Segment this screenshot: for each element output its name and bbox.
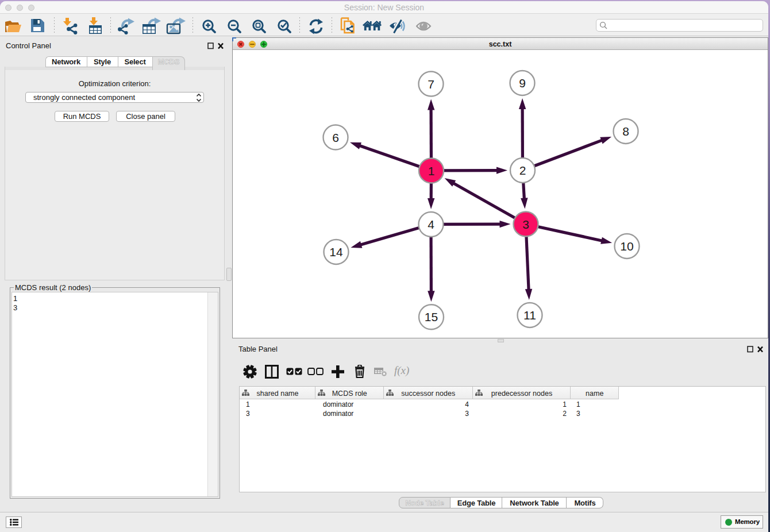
svg-text:11: 11 <box>523 309 536 322</box>
svg-text:9: 9 <box>519 76 526 90</box>
svg-text:1: 1 <box>428 164 435 178</box>
svg-text:14: 14 <box>329 245 343 259</box>
svg-text:7: 7 <box>428 78 434 91</box>
svg-text:3: 3 <box>522 218 529 231</box>
svg-text:15: 15 <box>425 310 438 323</box>
svg-text:8: 8 <box>622 125 629 138</box>
svg-text:4: 4 <box>428 218 434 231</box>
svg-text:2: 2 <box>519 164 526 177</box>
svg-text:10: 10 <box>620 240 633 253</box>
svg-text:6: 6 <box>332 131 339 144</box>
